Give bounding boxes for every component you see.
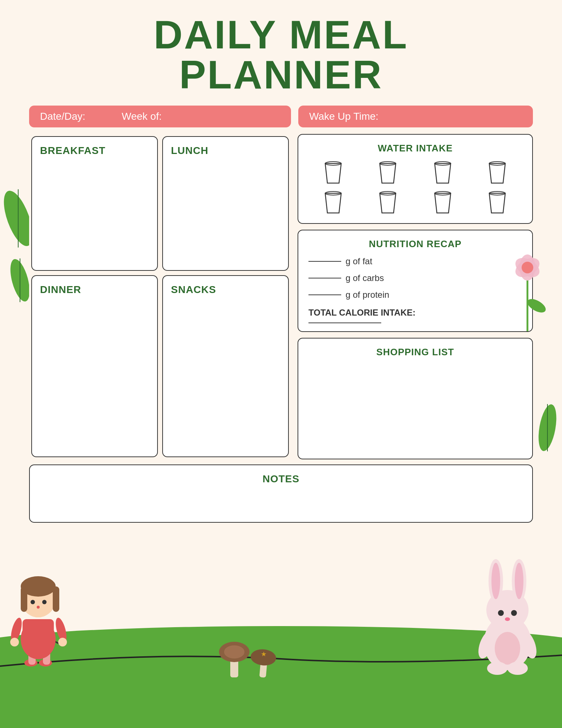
deco-flower (504, 248, 551, 333)
deco-leaf-left (0, 182, 29, 256)
fat-row: g of fat (308, 256, 522, 266)
svg-point-38 (42, 600, 47, 604)
svg-point-37 (31, 600, 35, 604)
notes-row: NOTES (29, 464, 533, 523)
title-line1: DAILY MEAL (29, 15, 533, 55)
carbs-label: g of carbs (346, 273, 384, 283)
fat-line (308, 261, 341, 262)
notes-label: NOTES (40, 473, 522, 485)
week-label: Week of: (122, 111, 162, 122)
cup-3 (432, 161, 454, 185)
dinner-label: DINNER (40, 284, 81, 295)
deco-leaf-right-lower (537, 400, 558, 456)
svg-text:★: ★ (261, 650, 267, 658)
protein-label: g of protein (346, 290, 389, 300)
nutrition-box: NUTRITION RECAP g of fat g of carbs g of… (298, 230, 533, 332)
water-cups-grid (308, 161, 522, 215)
left-section: BREAKFAST LUNCH DINNER SNACKS (29, 134, 291, 459)
title-block: DAILY MEAL PLANNER (29, 15, 533, 95)
svg-point-31 (58, 638, 67, 646)
water-box: WATER INTAKE (298, 134, 533, 224)
cup-5 (322, 190, 344, 215)
protein-row: g of protein (308, 290, 522, 300)
calorie-label: TOTAL CALORIE INTAKE: (308, 308, 415, 317)
dinner-box: DINNER (31, 275, 158, 457)
svg-point-30 (10, 638, 19, 646)
deco-girl (7, 559, 73, 670)
bottom-meal-row: DINNER SNACKS (29, 273, 291, 459)
svg-rect-35 (21, 586, 27, 612)
right-section: WATER INTAKE (298, 134, 533, 459)
svg-point-8 (0, 187, 29, 250)
wake-bar: Wake Up Time: (298, 106, 533, 127)
deco-mushrooms: ★ (209, 616, 296, 682)
cup-2 (377, 161, 399, 185)
header-bar: Date/Day: Week of: Wake Up Time: (29, 106, 533, 127)
lunch-box: LUNCH (162, 136, 289, 271)
date-label: Date/Day: (40, 111, 85, 122)
svg-point-47 (498, 610, 504, 616)
lunch-label: LUNCH (171, 145, 208, 156)
cup-6 (377, 190, 399, 215)
cup-1 (322, 161, 344, 185)
main-grid: BREAKFAST LUNCH DINNER SNACKS WATER INTA… (29, 134, 533, 459)
page: DAILY MEAL PLANNER Date/Day: Week of: Wa… (0, 0, 562, 728)
protein-line (308, 294, 341, 295)
notes-box: NOTES (29, 464, 533, 523)
svg-point-56 (224, 645, 244, 658)
breakfast-label: BREAKFAST (40, 145, 105, 156)
nutrition-title: NUTRITION RECAP (308, 238, 522, 250)
shopping-box: SHOPPING LIST (298, 338, 533, 459)
cup-4 (486, 161, 508, 185)
svg-point-46 (515, 563, 523, 599)
title-line2: PLANNER (29, 55, 533, 95)
svg-point-53 (507, 662, 528, 675)
carbs-line (308, 278, 341, 278)
svg-rect-36 (53, 586, 59, 612)
svg-point-10 (7, 257, 29, 303)
breakfast-box: BREAKFAST (31, 136, 158, 271)
cup-8 (486, 190, 508, 215)
calorie-value-line (308, 323, 381, 323)
fat-label: g of fat (346, 256, 372, 266)
cup-7 (432, 190, 454, 215)
deco-bunny (471, 559, 544, 677)
snacks-label: SNACKS (171, 284, 216, 295)
svg-point-16 (522, 262, 533, 273)
snacks-box: SNACKS (162, 275, 289, 457)
svg-point-39 (37, 606, 40, 609)
deco-leaf-left-2 (7, 255, 29, 307)
svg-point-49 (505, 617, 510, 621)
svg-point-48 (511, 610, 517, 616)
wake-label: Wake Up Time: (309, 111, 378, 122)
top-meal-row: BREAKFAST LUNCH (29, 134, 291, 273)
carbs-row: g of carbs (308, 273, 522, 283)
water-title: WATER INTAKE (308, 143, 522, 154)
svg-point-12 (525, 296, 548, 315)
svg-point-52 (487, 662, 507, 675)
svg-point-44 (491, 563, 500, 599)
calorie-total: TOTAL CALORIE INTAKE: (308, 306, 522, 323)
date-week-bar: Date/Day: Week of: (29, 106, 291, 127)
shopping-title: SHOPPING LIST (308, 347, 522, 358)
svg-point-41 (495, 632, 520, 665)
svg-rect-27 (23, 619, 54, 645)
